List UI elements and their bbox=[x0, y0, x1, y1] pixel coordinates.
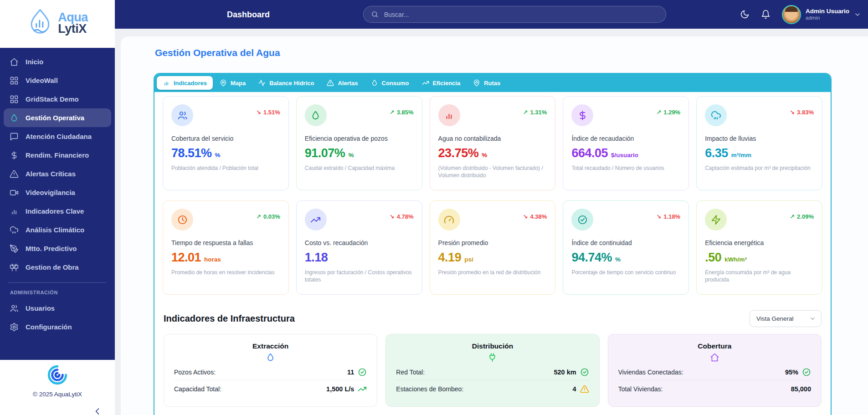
kpi-unit: horas bbox=[204, 256, 221, 263]
sidebar-item-analisis-climatico[interactable]: Análisis Climático bbox=[4, 220, 111, 239]
trend-down-arrow: ↘ bbox=[390, 213, 395, 220]
infra-card-extraccion: Extracción Pozos Activos: 11 Capacidad T… bbox=[164, 334, 377, 407]
tab-alertas[interactable]: Alertas bbox=[321, 76, 364, 90]
sidebar-item-label: VideoWall bbox=[26, 77, 58, 84]
check-circle-icon bbox=[580, 368, 589, 377]
page-header-title: Dashboard bbox=[227, 10, 270, 19]
user-menu[interactable]: Admin Usuario admin bbox=[782, 5, 861, 24]
video-camera-icon bbox=[10, 188, 19, 197]
tab-label: Eficiencia bbox=[433, 80, 461, 87]
search-icon bbox=[371, 10, 379, 18]
dark-mode-toggle[interactable] bbox=[740, 10, 750, 19]
home-icon bbox=[10, 57, 19, 67]
search-bar[interactable] bbox=[363, 6, 666, 23]
kpi-card-indice-recaudacion: ↗1.29% Índice de recaudación 664.05$/usu… bbox=[563, 96, 689, 190]
tab-mapa[interactable]: Mapa bbox=[214, 76, 252, 90]
sidebar-item-gestion-de-obra[interactable]: Gestion de Obra bbox=[4, 258, 111, 277]
droplet-icon bbox=[371, 79, 378, 87]
kpi-value: 1.18 bbox=[305, 251, 328, 265]
chevron-left-icon bbox=[93, 407, 102, 415]
chevron-down-icon bbox=[854, 11, 861, 18]
user-meta: Admin Usuario admin bbox=[806, 8, 849, 21]
trend-indicator: ↘1.18% bbox=[656, 213, 680, 220]
plug-icon bbox=[396, 353, 589, 364]
copyright-text: © 2025 AquaLytiX bbox=[0, 391, 115, 398]
sidebar-item-label: Configuración bbox=[26, 323, 72, 331]
operations-container: Indicadores Mapa Balance Hídrico Alertas… bbox=[154, 73, 832, 415]
check-circle-icon bbox=[802, 368, 811, 377]
kpi-unit: % bbox=[215, 152, 221, 159]
infra-row-value: 11 bbox=[347, 369, 354, 376]
infra-row-value: 4 bbox=[573, 385, 576, 393]
trend-down-arrow: ↘ bbox=[656, 213, 661, 220]
trend-down-arrow: ↘ bbox=[256, 109, 261, 116]
sidebar-item-configuracion[interactable]: Configuración bbox=[4, 318, 111, 336]
sidebar-item-gridstack-demo[interactable]: GridStack Demo bbox=[4, 90, 111, 108]
kpi-unit: % bbox=[615, 256, 621, 263]
sidebar-item-label: Gestión Operativa bbox=[26, 114, 84, 122]
kpi-title: Índice de continuidad bbox=[571, 239, 680, 246]
infra-card-distribucion: Distribución Red Total: 520 km Estacione… bbox=[385, 334, 599, 407]
sidebar-collapse-button[interactable] bbox=[93, 407, 102, 415]
search-input[interactable] bbox=[383, 10, 658, 19]
sidebar-item-usuarios[interactable]: Usuarios bbox=[4, 299, 111, 318]
infra-row-value: 95% bbox=[785, 369, 798, 376]
view-selector[interactable]: Vista General bbox=[750, 310, 822, 327]
trend-indicator: ↗1.29% bbox=[656, 109, 680, 116]
sidebar-nav: Inicio VideoWall GridStack Demo Gestión … bbox=[0, 48, 115, 360]
kpi-subtitle: Energía consumida por m³ de agua produci… bbox=[705, 269, 814, 283]
sidebar-item-rendimiento-financiero[interactable]: Rendim. Financiero bbox=[4, 146, 111, 164]
sidebar-item-inicio[interactable]: Inicio bbox=[4, 52, 111, 71]
trend-up-arrow: ↗ bbox=[790, 213, 795, 220]
sidebar-item-atencion-ciudadana[interactable]: Atención Ciudadana bbox=[4, 127, 111, 146]
tab-rutas[interactable]: Rutas bbox=[467, 76, 506, 90]
top-header: Dashboard Admin Usuario admin bbox=[115, 0, 868, 29]
kpi-subtitle: (Volumen distribuido - Volumen facturado… bbox=[438, 164, 547, 179]
sidebar-item-videovigilancia[interactable]: Videovigilancia bbox=[4, 183, 111, 202]
kpi-card-indice-continuidad: ↘1.18% Índice de continuidad 94.74%% Por… bbox=[563, 200, 689, 295]
droplet-icon bbox=[10, 113, 19, 123]
trend-indicator: ↗0.03% bbox=[256, 213, 280, 220]
trending-up-icon bbox=[422, 79, 429, 87]
sidebar-item-indicadores-clave[interactable]: Indicadores Clave bbox=[4, 202, 111, 220]
user-avatar bbox=[782, 5, 801, 24]
infrastructure-header: Indicadores de Infraestructura Vista Gen… bbox=[164, 310, 822, 327]
sidebar-item-videowall[interactable]: VideoWall bbox=[4, 71, 111, 90]
tab-label: Balance Hídrico bbox=[269, 80, 314, 87]
sidebar-item-gestion-operativa[interactable]: Gestión Operativa bbox=[4, 108, 111, 127]
grid-icon bbox=[10, 76, 19, 85]
kpi-title: Costo vs. recaudación bbox=[305, 239, 414, 246]
kpi-subtitle: Presión promedio en la red de distribuci… bbox=[438, 269, 547, 276]
tab-indicadores[interactable]: Indicadores bbox=[157, 76, 213, 90]
kpi-title: Eficiencia energética bbox=[705, 239, 814, 246]
sidebar-item-alertas-criticas[interactable]: Alertas Críticas bbox=[4, 164, 111, 183]
main-panel: Gestión Operativa del Agua Indicadores M… bbox=[121, 36, 868, 415]
kpi-card-presion-promedio: ↘4.38% Presión promedio 4.19psi Presión … bbox=[430, 200, 556, 295]
alert-triangle-icon bbox=[10, 169, 19, 179]
warning-triangle-icon bbox=[580, 384, 589, 394]
tab-consumo[interactable]: Consumo bbox=[365, 76, 415, 90]
trend-down-arrow: ↘ bbox=[523, 213, 528, 220]
sidebar: Aqua LytiX Inicio VideoWall GridStack De… bbox=[0, 0, 115, 415]
kpi-title: Índice de recaudación bbox=[571, 135, 680, 142]
user-name: Admin Usuario bbox=[806, 8, 849, 15]
infra-row: Viviendas Conectadas: 95% bbox=[618, 364, 811, 380]
infra-row: Capacidad Total: 1,500 L/s bbox=[174, 381, 367, 397]
trend-up-arrow: ↗ bbox=[523, 109, 528, 116]
sidebar-item-mantenimiento-predictivo[interactable]: Mtto. Predictivo bbox=[4, 239, 111, 258]
tab-eficiencia[interactable]: Eficiencia bbox=[416, 76, 467, 90]
kpi-value: 12.01 bbox=[171, 251, 201, 265]
users-icon bbox=[171, 104, 193, 126]
trend-up-arrow: ↗ bbox=[390, 109, 395, 116]
trend-indicator: ↗1.31% bbox=[523, 109, 547, 116]
infra-card-cobertura: Cobertura Viviendas Conectadas: 95% Tota… bbox=[608, 334, 822, 407]
app-logo: Aqua LytiX bbox=[0, 0, 115, 46]
infra-card-title: Extracción bbox=[174, 342, 367, 350]
kpi-unit: kWh/m³ bbox=[724, 256, 747, 263]
infra-row-value: 520 km bbox=[554, 369, 576, 376]
notifications-button[interactable] bbox=[761, 10, 770, 19]
tab-balance-hidrico[interactable]: Balance Hídrico bbox=[252, 76, 320, 90]
infrastructure-title: Indicadores de Infraestructura bbox=[164, 313, 295, 324]
bell-icon bbox=[761, 10, 770, 19]
users-icon bbox=[10, 304, 19, 313]
